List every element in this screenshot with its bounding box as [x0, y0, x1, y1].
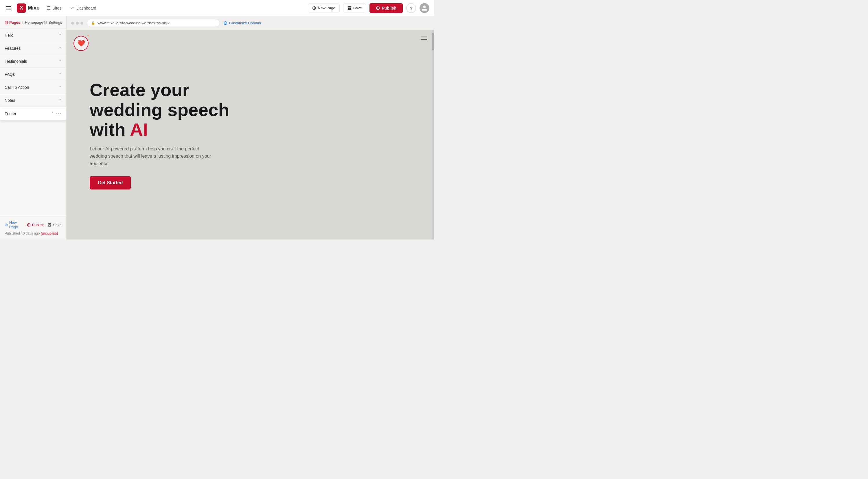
published-info: Published 40 days ago (unpublish) [5, 231, 62, 235]
hero-hamburger-icon[interactable] [421, 36, 427, 40]
preview-area: 🔒 www.mixo.io/site/wedding-wordsmiths-9k… [66, 16, 434, 240]
dashboard-nav-link[interactable]: Dashboard [68, 5, 99, 11]
scrollbar[interactable] [432, 30, 434, 240]
customize-domain-button[interactable]: Customize Domain [223, 21, 261, 25]
breadcrumb: Pages / Homepage [5, 20, 43, 25]
sidebar-item-notes[interactable]: Notes ⌃ [0, 94, 66, 107]
sites-nav-link[interactable]: Sites [44, 5, 64, 11]
chevron-icon: ⌃ [59, 33, 62, 37]
chevron-icon: ⌃ [59, 46, 62, 50]
svg-rect-0 [47, 6, 50, 9]
sidebar-item-footer[interactable]: Footer ⌃ ··· [0, 107, 66, 121]
chevron-icon: ⌃ [59, 85, 62, 89]
hero-logo-bubble: ❤️ [73, 36, 89, 51]
hero-title: Create your wedding speech with AI [90, 80, 229, 139]
sidebar-item-hero[interactable]: Hero ⌃ [0, 29, 66, 42]
sidebar-footer: New Page Publish Save Published 40 days … [0, 216, 66, 240]
footer-actions: New Page Publish Save [5, 220, 62, 229]
hero-text: Create your wedding speech with AI Let o… [90, 80, 229, 189]
hero-subtitle: Let our AI-powered platform help you cra… [90, 145, 217, 167]
sections-list: Hero ⌃ Features ⌃ Testimonials ⌃ FAQs ⌃ … [0, 29, 66, 216]
breadcrumb-pages-link[interactable]: Pages [5, 20, 20, 25]
scrollbar-thumb[interactable] [432, 33, 434, 50]
svg-rect-21 [49, 223, 50, 224]
nav-left: X Mixo Sites Dashboard [5, 3, 302, 13]
unpublish-link[interactable]: (unpublish) [41, 231, 58, 235]
browser-dots [71, 22, 83, 25]
help-button[interactable]: ? [406, 3, 416, 13]
logo-text: Mixo [28, 5, 40, 11]
top-nav: X Mixo Sites Dashboard New Page Save Pub… [0, 0, 434, 16]
main-layout: Pages / Homepage Settings Hero ⌃ Feature… [0, 16, 434, 240]
svg-rect-6 [349, 6, 350, 7]
logo-area: X Mixo [17, 3, 40, 13]
dots-menu-icon[interactable]: ··· [56, 111, 62, 116]
section-item-right: ⌃ ··· [51, 111, 62, 116]
chevron-icon: ⌃ [59, 72, 62, 76]
settings-link[interactable]: Settings [43, 20, 62, 25]
svg-point-13 [44, 22, 46, 23]
browser-chrome: 🔒 www.mixo.io/site/wedding-wordsmiths-9k… [66, 16, 434, 30]
sidebar-item-faqs[interactable]: FAQs ⌃ [0, 68, 66, 81]
dot-yellow [76, 22, 79, 25]
save-button-sidebar[interactable]: Save [48, 223, 62, 227]
sidebar-item-call-to-action[interactable]: Call To Action ⌃ [0, 81, 66, 94]
chevron-icon: ⌃ [59, 59, 62, 63]
sidebar: Pages / Homepage Settings Hero ⌃ Feature… [0, 16, 66, 240]
hero-section: ❤️ Create your wedding speech with AI Le… [66, 30, 434, 240]
sidebar-item-testimonials[interactable]: Testimonials ⌃ [0, 55, 66, 68]
avatar[interactable] [420, 3, 429, 13]
sidebar-header: Pages / Homepage Settings [0, 16, 66, 29]
sidebar-item-features[interactable]: Features ⌃ [0, 42, 66, 55]
svg-rect-7 [348, 8, 350, 9]
logo-icon: X [17, 3, 26, 13]
new-page-button-sidebar[interactable]: New Page [5, 220, 24, 229]
chevron-icon: ⌃ [59, 98, 62, 102]
publish-button-sidebar[interactable]: Publish [27, 223, 44, 227]
lock-icon: 🔒 [91, 21, 95, 25]
nav-right: New Page Save Publish ? [308, 3, 429, 13]
page-content: ❤️ Create your wedding speech with AI Le… [66, 30, 434, 240]
dot-green [81, 22, 83, 25]
svg-rect-22 [49, 225, 51, 226]
publish-button-top[interactable]: Publish [370, 3, 403, 13]
address-bar[interactable]: 🔒 www.mixo.io/site/wedding-wordsmiths-9k… [87, 19, 220, 27]
chevron-icon: ⌃ [51, 111, 54, 116]
get-started-button[interactable]: Get Started [90, 176, 131, 189]
dot-red [71, 22, 74, 25]
new-page-button[interactable]: New Page [308, 3, 340, 12]
svg-rect-11 [5, 21, 8, 24]
save-button-top[interactable]: Save [343, 3, 366, 12]
hero-logo: ❤️ [73, 36, 89, 51]
hamburger-menu-icon[interactable] [5, 5, 12, 11]
